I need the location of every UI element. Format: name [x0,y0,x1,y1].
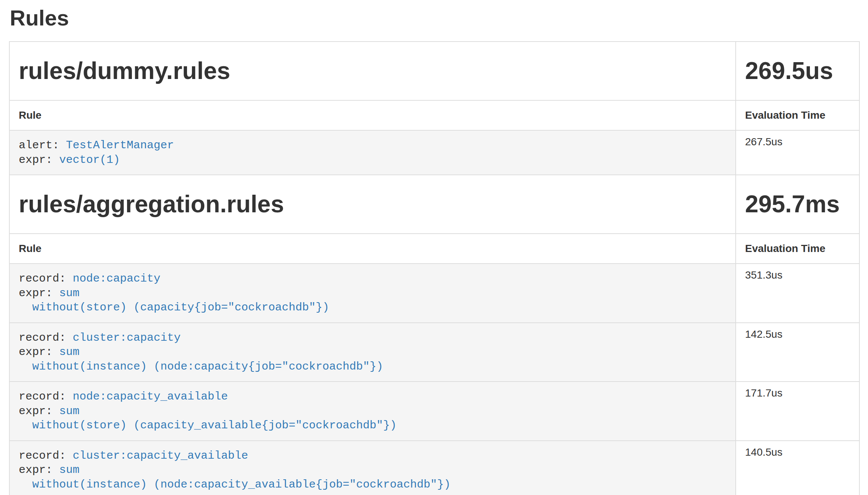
rule-kind-keyword: record: [19,331,66,344]
rule-row: record: node:capacity_availableexpr: sum… [9,382,859,441]
rule-group-file: rules/aggregation.rules [19,192,726,216]
rule-expr-keyword: expr: [19,287,52,300]
rule-group-header-row: rules/aggregation.rules 295.7ms [9,175,859,234]
rule-kind-keyword: record: [19,390,66,403]
rule-expr-keyword: expr: [19,464,52,476]
rule-expr-link[interactable]: sum without(instance) (node:capacity{job… [19,346,383,373]
rule-definition-cell: record: cluster:capacityexpr: sum withou… [9,323,736,382]
rule-evaluation-time: 267.5us [736,130,859,175]
rule-expr-link[interactable]: sum without(store) (capacity{job="cockro… [19,287,329,314]
rule-name-link[interactable]: cluster:capacity [73,331,181,344]
rule-name-link[interactable]: node:capacity [73,272,160,285]
rule-definition-cell: record: node:capacity_availableexpr: sum… [9,382,736,441]
rule-kind-keyword: record: [19,449,66,462]
rule-group-header-row: rules/dummy.rules 269.5us [9,42,859,100]
rule-row: record: node:capacityexpr: sum without(s… [9,264,859,323]
rule-row: record: cluster:capacityexpr: sum withou… [9,323,859,382]
column-header-row: Rule Evaluation Time [9,100,859,130]
rule-row: alert: TestAlertManagerexpr: vector(1) 2… [9,130,859,175]
rule-group-evaluation-time-cell: 269.5us [736,42,859,100]
page-title: Rules [10,6,859,30]
rule-expr-link[interactable]: sum without(instance) (node:capacity_ava… [19,464,450,491]
column-header-row: Rule Evaluation Time [9,234,859,264]
rule-evaluation-time: 140.5us [736,441,859,495]
rule-group-evaluation-time: 269.5us [745,59,850,83]
rule-group-evaluation-time: 295.7ms [745,192,850,216]
rule-column-header: Rule [9,100,736,130]
rule-group-file-cell: rules/aggregation.rules [9,175,736,234]
rule-evaluation-time: 351.3us [736,264,859,323]
rule-evaluation-time: 171.7us [736,382,859,441]
evaluation-time-column-header: Evaluation Time [736,234,859,264]
rule-expr-link[interactable]: vector(1) [59,154,120,166]
rule-definition-cell: record: node:capacityexpr: sum without(s… [9,264,736,323]
evaluation-time-column-header: Evaluation Time [736,100,859,130]
rule-column-header: Rule [9,234,736,264]
rule-kind-keyword: record: [19,272,66,285]
rules-table: rules/dummy.rules 269.5us Rule Evaluatio… [9,41,860,495]
rule-kind-keyword: alert: [19,139,59,152]
rule-expr-keyword: expr: [19,154,52,166]
rule-expr-keyword: expr: [19,346,52,358]
rule-group-file-cell: rules/dummy.rules [9,42,736,100]
rule-name-link[interactable]: TestAlertManager [66,139,174,152]
rule-expr-keyword: expr: [19,405,52,417]
rule-definition-cell: record: cluster:capacity_availableexpr: … [9,441,736,495]
rule-evaluation-time: 142.5us [736,323,859,382]
rules-page: Rules rules/dummy.rules 269.5us Rule Eva… [0,6,868,495]
rule-definition-cell: alert: TestAlertManagerexpr: vector(1) [9,130,736,175]
rule-expr-link[interactable]: sum without(store) (capacity_available{j… [19,405,397,432]
rule-group-file: rules/dummy.rules [19,59,726,83]
rule-group-evaluation-time-cell: 295.7ms [736,175,859,234]
rule-name-link[interactable]: cluster:capacity_available [73,449,248,462]
rule-row: record: cluster:capacity_availableexpr: … [9,441,859,495]
rule-name-link[interactable]: node:capacity_available [73,390,228,403]
